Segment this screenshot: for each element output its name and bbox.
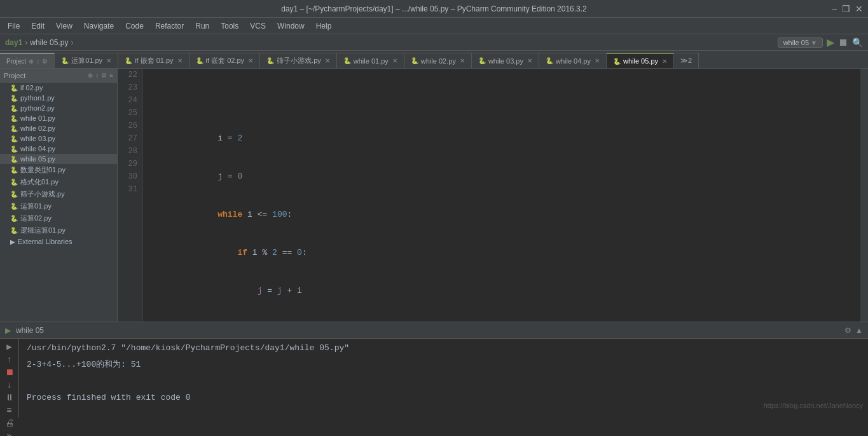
menu-edit[interactable]: Edit (26, 20, 50, 32)
output-process-line: Process finished with exit code 0 (27, 391, 860, 405)
sidebar-item-label: 运算02.py (20, 214, 52, 223)
stop-run-button[interactable]: ⏹ (3, 367, 16, 378)
code-area: 22 23 24 25 26 27 28 29 30 31 i = 2 j = … (118, 69, 868, 322)
sidebar-item-while01[interactable]: 🐍 while 01.py (0, 113, 117, 123)
sidebar-item-while03[interactable]: 🐍 while 03.py (0, 133, 117, 144)
sidebar-item-label: 逻辑运算01.py (20, 226, 65, 235)
sidebar-item-while05[interactable]: 🐍 while 05.py (0, 154, 117, 164)
sidebar-gear-icon[interactable]: ≡ (109, 72, 113, 79)
sidebar-item-while02[interactable]: 🐍 while 02.py (0, 123, 117, 133)
line-num-25: 25 (123, 107, 137, 119)
tab-while05[interactable]: 🐍 while 05.py ✕ (607, 53, 674, 68)
sidebar-item-external[interactable]: ▶ External Libraries (0, 236, 117, 247)
more-button[interactable]: » (3, 431, 16, 436)
close-button[interactable]: ✕ (855, 3, 863, 15)
tab-close-icon[interactable]: ✕ (177, 57, 183, 64)
tab-close-icon[interactable]: ✕ (106, 57, 111, 64)
menu-navigate[interactable]: Navigate (79, 20, 119, 32)
tab-dice[interactable]: 🐍 筛子小游戏.py ✕ (260, 53, 337, 68)
menu-refactor[interactable]: Refactor (150, 20, 189, 32)
menu-run[interactable]: Run (190, 20, 214, 32)
maximize-button[interactable]: ❒ (842, 3, 850, 15)
title-bar: day1 – [~/PycharmProjects/day1] – .../wh… (0, 0, 868, 18)
search-icon[interactable]: 🔍 (852, 37, 863, 48)
menu-tools[interactable]: Tools (216, 20, 244, 32)
pause-button[interactable]: ⏸ (3, 393, 16, 403)
breadcrumb-file[interactable]: while 05.py (30, 38, 68, 47)
tab-close-icon[interactable]: ✕ (527, 57, 532, 64)
python-icon: 🐍 (546, 57, 553, 64)
down-arrow-button[interactable]: ↓ (3, 380, 16, 390)
menu-help[interactable]: Help (311, 20, 337, 32)
sidebar-sort-icon[interactable]: ↕ (95, 72, 99, 79)
scroll-to-end-button[interactable]: ≡ (3, 405, 16, 416)
sidebar-item-sieve[interactable]: 🐍 筛子小游戏.py (0, 188, 117, 200)
tab-while03[interactable]: 🐍 while 03.py ✕ (472, 53, 539, 68)
stop-button[interactable]: ⏹ (838, 37, 848, 48)
menu-window[interactable]: Window (272, 20, 310, 32)
sidebar-item-shuliang[interactable]: 🐍 数量类型01.py (0, 164, 117, 176)
tab-close-icon[interactable]: ✕ (248, 57, 253, 64)
tab-label: if 嵌套 02.py (206, 56, 245, 65)
folder-icon: ▶ (10, 238, 15, 245)
sidebar-item-python2[interactable]: 🐍 python2.py (0, 103, 117, 113)
rerun-button[interactable]: ↑ (3, 355, 16, 365)
run-panel-header: ▶ while 05 ⚙ ▲ (0, 322, 868, 339)
sidebar-item-label: External Libraries (18, 238, 72, 245)
sidebar-item-while04[interactable]: 🐍 while 04.py (0, 144, 117, 154)
line-num-31: 31 (123, 183, 137, 196)
tab-sidebar-toggle[interactable]: Project ⊕ ↕ ⚙ (0, 53, 55, 68)
menu-view[interactable]: View (51, 20, 78, 32)
minimize-button[interactable]: – (832, 3, 837, 15)
sidebar-item-yunsuanpy[interactable]: 🐍 运算01.py (0, 200, 117, 212)
nav-right: while 05 ▼ ▶ ⏹ 🔍 (778, 36, 863, 48)
sidebar-item-logic[interactable]: 🐍 逻辑运算01.py (0, 224, 117, 236)
tab-label: if 嵌套 01.py (135, 56, 174, 65)
menu-code[interactable]: Code (120, 20, 149, 32)
sidebar-item-format[interactable]: 🐍 格式化01.py (0, 176, 117, 188)
line-num-24: 24 (123, 94, 137, 107)
tab-label: while 01.py (354, 57, 389, 65)
tab-while01[interactable]: 🐍 while 01.py ✕ (337, 53, 404, 68)
tab-while04[interactable]: 🐍 while 04.py ✕ (539, 53, 607, 68)
code-lines[interactable]: i = 2 j = 0 while i <= 100: if i % 2 == … (143, 69, 860, 322)
menu-file[interactable]: File (3, 20, 25, 32)
tab-close-icon[interactable]: ✕ (662, 58, 667, 65)
tab-close-icon[interactable]: ✕ (325, 57, 330, 64)
tab-while02[interactable]: 🐍 while 02.py ✕ (404, 53, 472, 68)
code-line-24: j = 0 (148, 170, 855, 183)
sidebar-item-label: while 03.py (20, 135, 55, 142)
menu-vcs[interactable]: VCS (245, 20, 271, 32)
python-file-icon: 🐍 (10, 85, 18, 92)
var-j: j (217, 170, 223, 183)
print-button[interactable]: 🖨 (3, 418, 16, 428)
line-num-30: 30 (123, 170, 137, 183)
run-button[interactable]: ▶ (827, 36, 834, 48)
tab-overflow[interactable]: ≫2 (674, 53, 699, 68)
tab-close-icon[interactable]: ✕ (460, 57, 465, 64)
tab-if2py[interactable]: 🐍 if 嵌套 02.py ✕ (189, 53, 261, 68)
while-badge[interactable]: while 05 ▼ (778, 37, 823, 48)
sidebar-item-python1[interactable]: 🐍 python1.py (0, 93, 117, 103)
output-blank-line (27, 377, 860, 391)
run-up-icon[interactable]: ▲ (855, 326, 863, 335)
tab-close-icon[interactable]: ✕ (392, 57, 397, 64)
line-num-23: 23 (123, 81, 137, 94)
sidebar-settings-icon[interactable]: ⚙ (101, 72, 107, 79)
code-editor[interactable]: 22 23 24 25 26 27 28 29 30 31 i = 2 j = … (118, 69, 868, 322)
breadcrumb-project[interactable]: day1 (5, 38, 22, 47)
line-num-22: 22 (123, 69, 137, 81)
run-settings-icon[interactable]: ⚙ (844, 326, 851, 335)
tab-if1py[interactable]: 🐍 if 嵌套 01.py ✕ (118, 53, 189, 68)
sidebar-item-yunsuanpy2[interactable]: 🐍 运算02.py (0, 212, 117, 224)
sidebar-item-if02[interactable]: 🐍 if 02.py (0, 83, 117, 93)
sidebar-cog-icon[interactable]: ⊕ (88, 72, 93, 79)
python-file-icon: 🐍 (10, 135, 18, 142)
nav-bar: day1 › while 05.py › while 05 ▼ ▶ ⏹ 🔍 (0, 34, 868, 51)
python-icon: 🐍 (125, 57, 132, 64)
tab-yunsuanpy[interactable]: 🐍 运算01.py ✕ (55, 53, 118, 68)
right-scrollbar[interactable] (860, 69, 868, 322)
tab-close-icon[interactable]: ✕ (595, 57, 600, 64)
run-again-button[interactable]: ▶ (3, 341, 16, 352)
num-0b: 0 (297, 247, 302, 259)
